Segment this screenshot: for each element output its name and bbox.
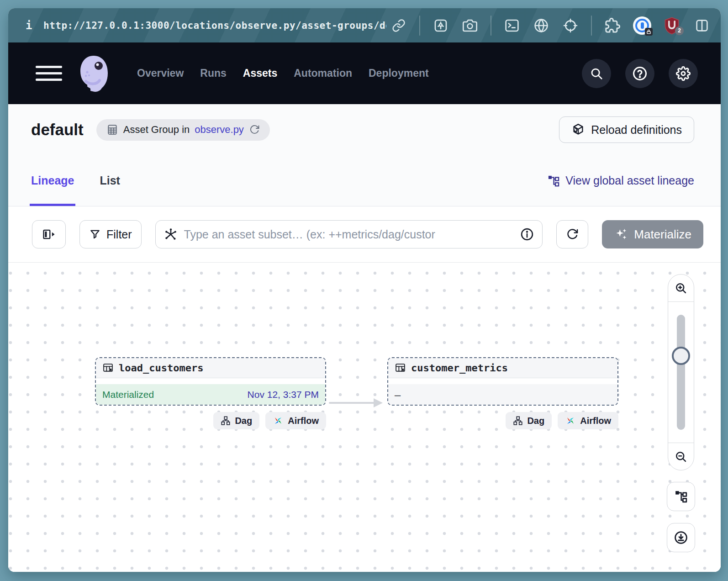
browser-window: i http://127.0.0.1:3000/locations/observ…	[8, 8, 721, 572]
asset-subset-search	[155, 220, 543, 248]
settings-button[interactable]	[669, 59, 698, 88]
asset-group-badge: Asset Group in observe.py	[96, 119, 270, 141]
tag-airflow[interactable]: Airflow	[265, 412, 326, 429]
lock-badge-icon	[645, 28, 653, 36]
nav-item-deployment[interactable]: Deployment	[369, 67, 429, 79]
search-button[interactable]	[582, 59, 611, 88]
asset-group-file-link[interactable]: observe.py	[195, 124, 244, 136]
help-button[interactable]	[625, 59, 654, 88]
graph-toolbar: Filter Materialize	[8, 206, 721, 263]
view-global-lineage-link[interactable]: View global asset lineage	[547, 174, 694, 187]
zoom-out-button[interactable]	[668, 443, 694, 470]
tag-airflow-label: Airflow	[288, 416, 319, 426]
camera-icon[interactable]	[461, 17, 479, 34]
toolbar-divider	[491, 16, 491, 36]
help-icon	[632, 66, 648, 81]
zoom-in-button[interactable]	[668, 275, 694, 302]
nav-item-runs[interactable]: Runs	[200, 67, 227, 79]
asset-name: load_customers	[119, 362, 203, 374]
tabs-row: Lineage List View global asset lineage	[8, 155, 721, 206]
view-global-lineage-label: View global asset lineage	[565, 174, 694, 187]
asset-tags-customer-metrics: Dag Airflow	[387, 412, 618, 429]
globe-icon[interactable]	[533, 17, 550, 34]
tag-dag[interactable]: Dag	[506, 412, 552, 429]
hamburger-icon[interactable]	[36, 66, 62, 81]
asset-status-row: –	[388, 384, 617, 405]
tag-airflow-label: Airflow	[580, 416, 611, 426]
tag-airflow[interactable]: Airflow	[558, 412, 618, 429]
info-icon[interactable]: i	[26, 19, 43, 32]
tab-list[interactable]: List	[100, 155, 120, 206]
split-view-icon[interactable]	[693, 17, 711, 34]
tab-lineage[interactable]: Lineage	[31, 155, 74, 206]
asset-graph-icon	[164, 227, 178, 241]
asset-table-icon	[395, 362, 406, 374]
nav-item-overview[interactable]: Overview	[137, 67, 184, 79]
asset-node-customer-metrics[interactable]: customer_metrics –	[387, 357, 618, 406]
crosshair-icon[interactable]	[562, 17, 579, 34]
tag-dag[interactable]: Dag	[213, 412, 259, 429]
download-button[interactable]	[667, 523, 695, 552]
zoom-slider-track[interactable]	[677, 315, 685, 430]
browser-toolbar: i http://127.0.0.1:3000/locations/observ…	[8, 8, 721, 42]
link-icon[interactable]	[390, 17, 407, 34]
zoom-in-icon	[675, 282, 687, 295]
nav-item-automation[interactable]: Automation	[294, 67, 352, 79]
materialize-label: Materialize	[634, 227, 691, 242]
password-manager-icon[interactable]	[633, 16, 651, 35]
status-timestamp[interactable]: Nov 12, 3:37 PM	[248, 389, 319, 400]
toolbar-divider	[419, 16, 420, 36]
dag-icon	[513, 416, 523, 426]
zoom-slider[interactable]	[668, 302, 694, 443]
expand-panel-icon	[42, 228, 56, 241]
materialize-button[interactable]: Materialize	[602, 220, 703, 248]
asset-node-load-customers[interactable]: load_customers Materialized Nov 12, 3:37…	[95, 357, 326, 406]
fit-graph-button[interactable]	[667, 482, 695, 511]
url-text[interactable]: http://127.0.0.1:3000/locations/observe.…	[43, 20, 386, 31]
asset-group-icon	[106, 124, 118, 136]
asset-tags-load-customers: Dag Airflow	[95, 412, 326, 429]
search-input[interactable]	[184, 228, 514, 241]
lineage-icon	[547, 174, 560, 187]
gear-icon	[676, 66, 691, 81]
shield-icon[interactable]: 2	[663, 16, 681, 35]
lineage-icon	[674, 490, 688, 503]
terminal-icon[interactable]	[503, 17, 521, 34]
search-icon	[590, 67, 603, 80]
refresh-icon	[566, 228, 579, 241]
lineage-canvas[interactable]: load_customers Materialized Nov 12, 3:37…	[8, 263, 721, 572]
reload-definitions-label: Reload definitions	[591, 123, 682, 137]
info-circle-icon[interactable]	[520, 227, 534, 241]
extension-flower-icon[interactable]	[432, 17, 449, 34]
zoom-slider-knob[interactable]	[672, 347, 690, 365]
asset-node-body	[96, 378, 325, 384]
asset-node-header: load_customers	[96, 358, 325, 378]
filter-button[interactable]: Filter	[79, 220, 142, 248]
asset-group-text: Asset Group in	[123, 124, 190, 136]
tag-dag-label: Dag	[527, 416, 544, 426]
password-slot	[641, 22, 644, 29]
filter-funnel-icon	[89, 228, 101, 240]
download-icon	[674, 530, 688, 545]
reload-cube-icon	[571, 123, 585, 137]
puzzle-icon[interactable]	[604, 17, 621, 34]
nav-item-assets[interactable]: Assets	[243, 67, 277, 79]
nav-items: Overview Runs Assets Automation Deployme…	[137, 67, 429, 79]
refresh-graph-button[interactable]	[556, 220, 588, 248]
dagster-logo[interactable]	[75, 54, 112, 93]
shield-badge-count: 2	[675, 26, 684, 35]
refresh-small-icon[interactable]	[249, 124, 260, 135]
asset-name: customer_metrics	[411, 362, 508, 374]
tag-dag-label: Dag	[235, 416, 252, 426]
page-header: default Asset Group in observe.py Reload…	[8, 104, 721, 155]
asset-node-body	[388, 378, 617, 384]
toolbar-divider	[591, 16, 592, 36]
zoom-out-icon	[675, 450, 687, 463]
status-materialized: Materialized	[102, 389, 154, 400]
sparkles-icon	[614, 227, 628, 242]
filter-label: Filter	[106, 228, 132, 241]
airflow-icon	[565, 415, 576, 426]
reload-definitions-button[interactable]: Reload definitions	[559, 116, 694, 143]
expand-panel-button[interactable]	[32, 220, 66, 248]
zoom-panel	[668, 274, 694, 470]
